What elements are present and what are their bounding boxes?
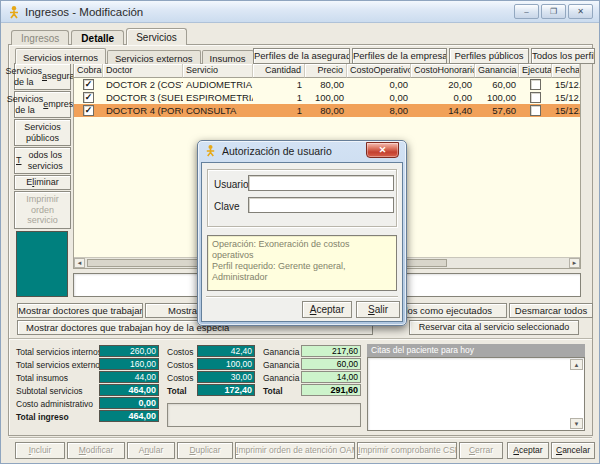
cell-fecha: 15/12. <box>552 92 580 103</box>
sidebar-todos-servicios-button[interactable]: Todos los servicios <box>14 147 71 174</box>
cell-precio: 80,00 <box>305 105 347 116</box>
ejecutado-checkbox[interactable] <box>530 105 541 116</box>
col-doctor: Doctor <box>103 64 183 78</box>
usuario-label: Usuario <box>214 179 248 190</box>
imprimir-comprobante-csm-button: Imprimir comprobante CSM <box>357 442 457 459</box>
cell-fecha: 15/12. <box>552 105 580 116</box>
usuario-field[interactable] <box>248 175 394 191</box>
dialog-close-icon[interactable]: ✕ <box>366 142 399 158</box>
sidebar-color-block <box>16 231 68 297</box>
anular-button: Anular <box>127 442 175 459</box>
close-icon[interactable]: ✕ <box>568 4 593 19</box>
costos-value: 42,40 <box>197 345 255 357</box>
sidebar-servicios-publicos-button[interactable]: Servicios públicos <box>14 119 71 146</box>
dialog-aceptar-button[interactable]: Aceptar <box>302 301 352 318</box>
scroll-left-icon[interactable]: ◄ <box>74 258 85 268</box>
dialog-body: Usuario Clave Operación: Exoneración de … <box>201 162 403 322</box>
cell-servicio: CONSULTA <box>183 105 253 116</box>
col-cobrar: Cobrar <box>74 64 103 78</box>
table-row[interactable]: ✓ DOCTOR 3 (SUELD ESPIROMETRIA 1 100,00 … <box>74 91 580 104</box>
ejecutado-checkbox[interactable] <box>530 92 541 103</box>
tab-insumos[interactable]: Insumos <box>202 50 254 64</box>
cell-cantidad: 1 <box>253 92 305 103</box>
maximize-icon[interactable]: ❐ <box>541 4 566 19</box>
cell-doctor: DOCTOR 3 (SUELD <box>103 92 183 103</box>
cell-ganancia: 100,00 <box>475 92 519 103</box>
autorizacion-dialog: Autorización de usuario ✕ Usuario Clave … <box>197 140 407 326</box>
col-servicio: Servicio <box>183 64 253 78</box>
sidebar-imprimir-orden-button: Imprimir orden servicio <box>14 191 71 229</box>
clave-field[interactable] <box>248 197 394 213</box>
cell-costo-operativo: 8,00 <box>347 105 411 116</box>
total-externos-value: 160,00 <box>99 358 159 370</box>
reservar-cita-button[interactable]: Reservar cita al servicio seleccionado <box>409 320 579 335</box>
sidebar-eliminar-button[interactable]: Eliminar <box>14 175 71 190</box>
dialog-title: Autorización de usuario <box>222 145 332 157</box>
desmarcar-todos-button[interactable]: Desmarcar todos <box>509 303 593 318</box>
cell-costo-honorario: 14,40 <box>411 105 475 116</box>
cell-cantidad: 1 <box>253 79 305 90</box>
sub-tab-strip: Servicios internos Servicios externos In… <box>15 48 255 64</box>
scroll-up-icon[interactable]: ▲ <box>570 359 583 370</box>
mostrar-doctores-hoy-button[interactable]: Mostrar doctores que trabajan hoy <box>17 303 143 318</box>
ganancia-value: 60,00 <box>301 358 361 370</box>
profile-buttons: Perfiles de la aseguradora Perfiles de l… <box>253 48 595 64</box>
perfiles-publicos-button[interactable]: Perfiles públicos <box>449 48 529 64</box>
costos-value: 100,00 <box>197 358 255 370</box>
incluir-button: Incluir <box>15 442 65 459</box>
cancelar-button[interactable]: Cancelar <box>551 442 595 459</box>
cell-ganancia: 57,60 <box>475 105 519 116</box>
cobrar-checkbox[interactable]: ✓ <box>83 92 94 103</box>
costos-total-label: Total <box>167 386 187 396</box>
tab-detalle[interactable]: Detalle <box>71 30 124 45</box>
ganancia-total-label: Total <box>263 386 283 396</box>
ganancia-label: Ganancia <box>263 373 299 383</box>
cell-costo-operativo: 0,00 <box>347 92 411 103</box>
cobrar-checkbox[interactable]: ✓ <box>83 79 94 90</box>
col-ejecutado: Ejecutado <box>519 64 552 78</box>
cell-ganancia: 60,00 <box>475 79 519 90</box>
sidebar-servicios-empresa-button[interactable]: Servicios de la empresa <box>14 91 71 118</box>
cell-doctor: DOCTOR 2 (COSTO <box>103 79 183 90</box>
duplicar-button: Duplicar <box>177 442 233 459</box>
table-row-selected[interactable]: ✓ DOCTOR 4 (PORC- CONSULTA 1 80,00 8,00 … <box>74 104 580 117</box>
costos-total-value: 172,40 <box>197 384 255 396</box>
costos-label: Costos <box>167 360 193 370</box>
perfil-requerido-text: Perfil requerido: Gerente general, Admin… <box>212 261 392 283</box>
citas-listbox[interactable]: ▲ ▼ <box>367 357 585 431</box>
cell-costo-operativo: 0,00 <box>347 79 411 90</box>
main-tab-strip: Ingresos Detalle Servicios <box>11 28 189 45</box>
subtotal-servicios-label: Subtotal servicios <box>16 386 83 396</box>
dialog-titlebar: Autorización de usuario <box>204 144 332 157</box>
authorization-info-box: Operación: Exoneración de costos operati… <box>207 235 397 291</box>
costos-value: 30,00 <box>197 371 255 383</box>
tab-servicios[interactable]: Servicios <box>126 28 187 45</box>
col-ganancia: Ganancia <box>475 64 519 78</box>
tab-ingresos[interactable]: Ingresos <box>11 30 69 45</box>
main-window: Ingresos - Modificación – ❐ ✕ Ingresos D… <box>0 0 600 464</box>
cell-cantidad: 1 <box>253 105 305 116</box>
todos-perfiles-button[interactable]: Todos los perfiles <box>531 48 595 64</box>
dialog-app-icon <box>204 144 217 157</box>
col-costooperativo: CostoOperativo <box>347 64 411 78</box>
col-precio: Precio <box>305 64 347 78</box>
cell-precio: 80,00 <box>305 79 347 90</box>
table-row[interactable]: ✓ DOCTOR 2 (COSTO AUDIOMETRIA 1 80,00 0,… <box>74 78 580 91</box>
scroll-down-icon[interactable]: ▼ <box>570 418 583 429</box>
perfiles-empresa-button[interactable]: Perfiles de la empresa <box>352 48 447 64</box>
cell-precio: 100,00 <box>305 92 347 103</box>
dialog-salir-button[interactable]: Salir <box>356 301 400 318</box>
scroll-right-icon[interactable]: ► <box>569 258 580 268</box>
tab-servicios-internos[interactable]: Servicios internos <box>15 48 106 64</box>
sidebar-servicios-aseguradora-button[interactable]: Servicios de la asegura.. <box>14 63 71 90</box>
totals-separator <box>9 338 592 340</box>
minimize-icon[interactable]: – <box>514 4 539 19</box>
cell-costo-honorario: 0,00 <box>411 92 475 103</box>
cell-doctor: DOCTOR 4 (PORC- <box>103 105 183 116</box>
aceptar-button[interactable]: Aceptar <box>507 442 549 459</box>
perfiles-aseguradora-button[interactable]: Perfiles de la aseguradora <box>253 48 350 64</box>
cobrar-checkbox[interactable]: ✓ <box>83 105 94 116</box>
tab-servicios-externos[interactable]: Servicios externos <box>107 50 201 64</box>
ejecutado-checkbox[interactable] <box>530 79 541 90</box>
imprimir-orden-oam-button: Imprimir orden de atención OAM <box>235 442 355 459</box>
